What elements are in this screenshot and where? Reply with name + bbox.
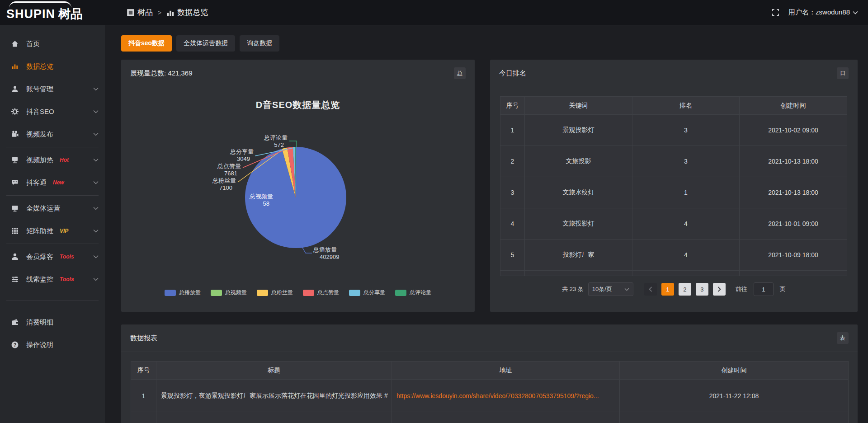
col-url: 地址 [392,362,620,380]
chevron-left-icon [649,287,652,292]
today-ranking-panel: 今日排名 日 序号 关键词 排名 创建时间 1景观投影灯32021-10-02 [490,60,858,312]
tools-tag: Tools [60,254,74,260]
table-row: 3文旅水纹灯12021-10-13 18:00 [500,177,847,208]
chevron-down-icon [624,288,629,291]
sidebar-item-member-burst[interactable]: 会员爆客 Tools [0,245,105,268]
table-row: 1景观投影灯32021-10-02 09:00 [500,115,847,146]
legend-item[interactable]: 总视频量 [211,289,247,296]
report-panel-title: 数据报表 [130,334,157,343]
legend-item[interactable]: 总播放量 [165,289,201,296]
new-tag: New [53,179,64,186]
sidebar-item-lead-monitor[interactable]: 线索监控 Tools [0,268,105,291]
col-created: 创建时间 [740,97,847,115]
topbar-right: 用户名：zswodun88 [772,8,868,17]
sidebar-item-douketong[interactable]: 抖客通 New [0,171,105,194]
tab-inquiry-data[interactable]: 询盘数据 [240,35,279,52]
pie-label: 总分享量3049 [230,148,254,162]
sidebar-item-home[interactable]: 首页 [0,33,105,55]
user-icon [11,85,19,93]
main-content: 抖音seo数据 全媒体运营数据 询盘数据 展现量总数: 421,369 总 总播… [105,25,868,423]
legend-swatch [349,290,360,296]
legend-item[interactable]: 总点赞量 [303,289,339,296]
sidebar-item-video-heat[interactable]: 视频加热 Hot [0,149,105,171]
legend-label: 总评论量 [410,289,431,296]
legend-swatch [211,290,222,296]
chevron-down-icon [93,181,99,184]
pie-chart-svg: 总播放量402909总视频量58总粉丝量7100总点赞量7681总分享量3049… [121,87,475,312]
legend-swatch [257,290,268,296]
sidebar-item-media-operation[interactable]: 全媒体运营 [0,197,105,220]
sidebar-item-douyin-seo[interactable]: 抖音SEO [0,100,105,123]
sidebar-item-expense-detail[interactable]: 消费明细 [0,311,105,334]
page-button-1[interactable]: 1 [661,283,674,296]
monitor-icon [11,204,19,212]
user-menu[interactable]: 用户名：zswodun88 [788,8,858,17]
member-icon [11,253,19,261]
tab-media-operation-data[interactable]: 全媒体运营数据 [176,35,235,52]
chevron-down-icon [93,229,99,233]
pagination: 共 23 条 10条/页 1 2 3 [500,282,848,296]
total-badge-button[interactable]: 总 [454,67,466,79]
sidebar-divider [6,301,99,301]
legend-label: 总点赞量 [317,289,339,296]
video-heat-icon [11,156,19,164]
fullscreen-icon[interactable] [772,9,779,16]
video-camera-icon [11,130,19,138]
vip-tag: VIP [60,228,68,234]
pie-label: 总评论量572 [264,134,288,148]
legend-swatch [395,290,406,296]
sidebar-item-video-publish[interactable]: 视频发布 [0,123,105,146]
sidebar-divider [6,244,99,244]
svg-text:?: ? [14,342,17,348]
breadcrumb-current[interactable]: 数据总览 [166,7,208,18]
pie-label-line [289,141,297,147]
legend-item[interactable]: 总分享量 [349,289,385,296]
pie-label: 总粉丝量7100 [212,177,236,191]
total-count: 共 23 条 [562,285,584,293]
sidebar-divider [6,195,99,196]
table-row-clipped [500,271,847,276]
col-index: 序号 [131,362,156,380]
legend-swatch [303,290,314,296]
legend-item[interactable]: 总粉丝量 [257,289,293,296]
legend-item[interactable]: 总评论量 [395,289,431,296]
sidebar: 首页 数据总览 账号管理 抖音SEO 视频发布 视频加热 Hot [0,25,105,423]
breadcrumb-root[interactable]: 树品 [127,7,153,18]
video-url-link[interactable]: https://www.iesdouyin.com/share/video/70… [396,392,599,400]
bar-chart-icon [166,9,175,17]
report-title-cell: 景观投影灯，夜游景观投影灯厂家展示展示落花灯在花园里的灯光投影应用效果 # [156,380,392,412]
overview-total-label: 展现量总数: 421,369 [130,69,193,78]
page-button-2[interactable]: 2 [679,283,691,296]
goto-page-input[interactable] [754,282,774,296]
chevron-down-icon [93,255,99,258]
hot-tag: Hot [60,157,69,163]
ranking-panel-title: 今日排名 [499,69,526,78]
tab-douyin-seo-data[interactable]: 抖音seo数据 [121,35,172,52]
sidebar-item-data-overview[interactable]: 数据总览 [0,55,105,78]
sidebar-item-instructions[interactable]: ? 操作说明 [0,334,105,356]
sidebar-item-matrix-boost[interactable]: 矩阵助推 VIP [0,220,105,242]
legend-label: 总粉丝量 [271,289,293,296]
next-page-button[interactable] [713,283,726,296]
prev-page-button[interactable] [644,283,657,296]
chart-legend: 总播放量总视频量总粉丝量总点赞量总分享量总评论量 [121,289,475,296]
logo-arc [9,1,71,8]
grid-icon [11,227,19,235]
sidebar-item-account[interactable]: 账号管理 [0,78,105,100]
goto-unit: 页 [780,285,786,293]
day-badge-button[interactable]: 日 [837,67,849,79]
sidebar-divider [6,147,99,147]
legend-label: 总视频量 [225,289,247,296]
page-size-select[interactable]: 10条/页 [588,282,633,296]
breadcrumb-separator: > [158,9,161,16]
chevron-down-icon [853,11,858,14]
wallet-icon [11,318,19,326]
home-icon [11,40,19,48]
table-badge-button[interactable]: 表 [837,332,849,344]
table-row-clipped [131,412,849,423]
chevron-down-icon [93,207,99,210]
page-button-3[interactable]: 3 [696,283,708,296]
data-report-panel: 数据报表 表 序号 标题 地址 创建时间 1 景观投影灯，夜游景观投影灯厂家展示… [121,324,858,423]
chevron-down-icon [93,110,99,113]
breadcrumb: 树品 > 数据总览 [105,7,208,18]
